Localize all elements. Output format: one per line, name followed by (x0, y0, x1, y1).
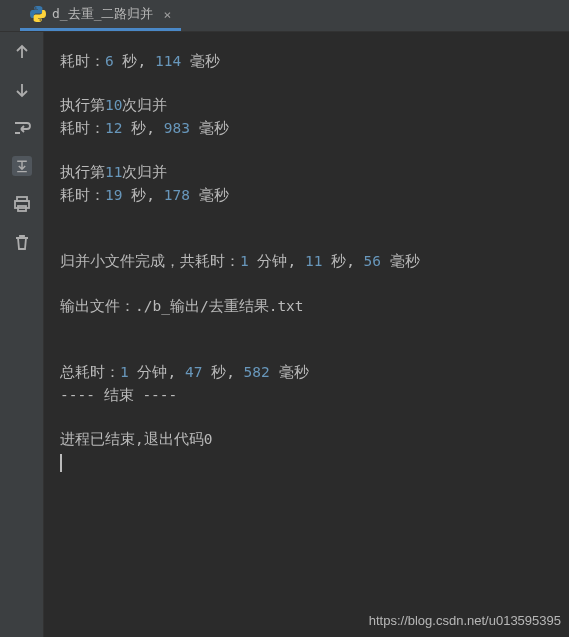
output-line: 执行第10次归并 (60, 94, 569, 116)
console-output: 耗时：6 秒, 114 毫秒 执行第10次归并 耗时：12 秒, 983 毫秒 … (44, 32, 569, 637)
output-line: 输出文件：./b_输出/去重结果.txt (60, 295, 569, 317)
cursor-line (60, 451, 569, 473)
output-line: 进程已结束,退出代码0 (60, 428, 569, 450)
output-line: 耗时：6 秒, 114 毫秒 (60, 50, 569, 72)
arrow-down-icon[interactable] (12, 80, 32, 100)
arrow-up-icon[interactable] (12, 42, 32, 62)
tab-bar: d_去重_二路归并 × (0, 0, 569, 32)
watermark-text: https://blog.csdn.net/u013595395 (369, 611, 561, 631)
text-cursor (60, 454, 62, 472)
output-line: 执行第11次归并 (60, 161, 569, 183)
file-tab[interactable]: d_去重_二路归并 × (20, 0, 181, 31)
python-icon (30, 6, 46, 22)
close-icon[interactable]: × (163, 7, 171, 22)
soft-wrap-icon[interactable] (12, 118, 32, 138)
output-line: 总耗时：1 分钟, 47 秒, 582 毫秒 (60, 361, 569, 383)
trash-icon[interactable] (12, 232, 32, 252)
output-line: 耗时：19 秒, 178 毫秒 (60, 184, 569, 206)
tab-filename: d_去重_二路归并 (52, 5, 153, 23)
scroll-to-end-icon[interactable] (12, 156, 32, 176)
output-line: 耗时：12 秒, 983 毫秒 (60, 117, 569, 139)
gutter-toolbar (0, 32, 44, 637)
output-line: ---- 结束 ---- (60, 384, 569, 406)
output-line: 归并小文件完成，共耗时：1 分钟, 11 秒, 56 毫秒 (60, 250, 569, 272)
main-area: 耗时：6 秒, 114 毫秒 执行第10次归并 耗时：12 秒, 983 毫秒 … (0, 32, 569, 637)
print-icon[interactable] (12, 194, 32, 214)
